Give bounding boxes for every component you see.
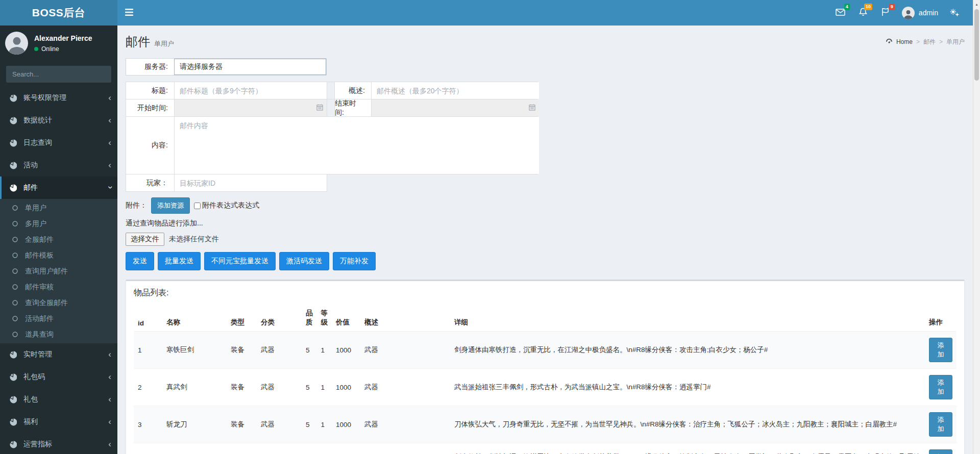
- column-header: 等级: [317, 305, 332, 332]
- item-quality: 5: [302, 369, 317, 406]
- page-scrollbar[interactable]: ▲: [973, 0, 980, 454]
- add-resource-button[interactable]: 添加资源: [151, 197, 190, 214]
- sidebar-item-2[interactable]: 日志查询‹: [0, 132, 117, 154]
- sidebar-item-4[interactable]: 邮件‹: [0, 176, 117, 199]
- end-time-input[interactable]: [372, 99, 539, 116]
- item-actions: 添加: [925, 332, 957, 369]
- sidebar-item-0[interactable]: 账号权限管理‹: [0, 87, 117, 109]
- pie-chart-icon: [9, 117, 19, 124]
- send-action-button-4[interactable]: 万能补发: [333, 252, 376, 270]
- items-table-header: id名称类型分类品质等级价值概述详细操作: [134, 305, 957, 332]
- pie-chart-icon: [9, 184, 19, 192]
- item-actions: 添加: [925, 443, 957, 454]
- item-row-2: 2真武剑装备武器511000武器武当派始祖张三丰佩剑，形式古朴，为武当派镇山之宝…: [134, 369, 957, 406]
- sidebar-subitem-label: 邮件模板: [25, 251, 54, 260]
- item-value: 1000: [332, 369, 360, 406]
- items-box-title: 物品列表:: [126, 281, 964, 301]
- scrollbar-thumb[interactable]: [974, 9, 979, 81]
- send-action-button-1[interactable]: 批量发送: [158, 252, 201, 270]
- content-textarea[interactable]: [175, 117, 539, 174]
- add-item-button[interactable]: 添加: [929, 375, 952, 399]
- player-input[interactable]: [175, 174, 327, 191]
- sidebar-subitem-4[interactable]: 查询用户邮件: [0, 263, 117, 279]
- sidebar-subitem-0[interactable]: 单用户: [0, 200, 117, 216]
- sidebar-subitem-2[interactable]: 全服邮件: [0, 232, 117, 247]
- top-navbar: BOSS后台 4 10: [0, 0, 980, 26]
- item-detail: 剑身通体由寒铁打造，沉重无比，在江湖之中极负盛名。\n#R8缘分侠客：攻击主角;…: [450, 332, 925, 369]
- user-menu[interactable]: admin: [897, 0, 943, 26]
- item-quality: 5: [302, 406, 317, 443]
- main-content: 邮件 单用户 Home > 邮件 > 单用户 服务器: 请选择服务器 标题: 概…: [117, 26, 980, 454]
- sidebar-item-label: 账号权限管理: [23, 93, 66, 103]
- sidebar-search-button[interactable]: [108, 66, 111, 83]
- calendar-icon: [529, 104, 535, 112]
- server-select[interactable]: 请选择服务器: [174, 59, 326, 75]
- circle-icon: [12, 237, 21, 242]
- sidebar-item-5[interactable]: 实时管理‹: [0, 343, 117, 366]
- chevron-left-icon: ‹: [108, 417, 111, 426]
- item-quality: 5: [302, 443, 317, 454]
- sidebar-subitem-label: 道具查询: [25, 330, 54, 339]
- attachment-expression-checkbox[interactable]: [194, 203, 201, 209]
- player-label: 玩家：: [126, 174, 174, 191]
- breadcrumb-home[interactable]: Home: [896, 38, 913, 45]
- chevron-left-icon: ‹: [108, 440, 111, 448]
- sidebar-search-input[interactable]: [6, 66, 108, 83]
- sidebar-item-7[interactable]: 礼包‹: [0, 388, 117, 411]
- attachment-label: 附件：: [126, 201, 147, 210]
- column-header: 详细: [450, 305, 925, 332]
- chevron-down-icon: ‹: [106, 186, 114, 189]
- sidebar-subitem-7[interactable]: 活动邮件: [0, 311, 117, 326]
- sidebar-subitem-1[interactable]: 多用户: [0, 216, 117, 232]
- add-item-button[interactable]: 添加: [929, 412, 952, 437]
- sidebar-item-label: 礼包: [23, 395, 38, 404]
- notifications-menu[interactable]: 10: [852, 0, 874, 26]
- circle-icon: [12, 221, 21, 226]
- add-item-button[interactable]: 添加: [929, 338, 952, 362]
- sidebar-item-3[interactable]: 活动‹: [0, 154, 117, 176]
- circle-icon: [12, 300, 21, 306]
- circle-icon: [12, 284, 21, 290]
- sidebar-toggle-button[interactable]: [117, 0, 141, 26]
- send-action-button-3[interactable]: 激活码发送: [279, 252, 329, 270]
- file-upload-row: 选择文件 未选择任何文件: [126, 233, 965, 246]
- sidebar-subitem-label: 多用户: [25, 219, 46, 229]
- sidebar-subitem-8[interactable]: 道具查询: [0, 326, 117, 342]
- messages-menu[interactable]: 4: [829, 0, 852, 26]
- attachment-row: 附件： 添加资源 附件表达式表达式: [126, 197, 965, 214]
- title-input[interactable]: [175, 82, 327, 99]
- sidebar-subitem-5[interactable]: 邮件审核: [0, 279, 117, 295]
- column-header: 概述: [360, 305, 450, 332]
- send-actions-row: 发送批量发送不同元宝批量发送激活码发送万能补发: [126, 252, 965, 270]
- tasks-menu[interactable]: 9: [874, 0, 897, 26]
- breadcrumb-mail[interactable]: 邮件: [923, 38, 936, 46]
- item-quality: 5: [302, 332, 317, 369]
- item-name: 寒铁巨剑: [162, 332, 227, 369]
- sidebar-item-8[interactable]: 福利‹: [0, 411, 117, 433]
- sidebar-item-6[interactable]: 礼包码‹: [0, 366, 117, 388]
- chevron-left-icon: ‹: [108, 116, 111, 124]
- chevron-left-icon: ‹: [108, 138, 111, 147]
- item-name: 昊天剑: [162, 443, 227, 454]
- item-level: 1: [317, 406, 332, 443]
- summary-input[interactable]: [372, 82, 539, 99]
- sidebar-subitem-6[interactable]: 查询全服邮件: [0, 295, 117, 311]
- item-category: 武器: [257, 443, 302, 454]
- send-action-button-0[interactable]: 发送: [126, 252, 154, 270]
- sidebar-subitem-3[interactable]: 邮件模板: [0, 247, 117, 263]
- control-sidebar-toggle[interactable]: [943, 0, 966, 26]
- app-logo[interactable]: BOSS后台: [0, 0, 117, 26]
- sidebar-item-9[interactable]: 运营指标‹: [0, 433, 117, 454]
- online-label: Online: [41, 45, 59, 53]
- add-item-button[interactable]: 添加: [929, 449, 952, 454]
- sidebar-user-status[interactable]: Online: [34, 45, 92, 53]
- chevron-left-icon: ‹: [108, 161, 111, 169]
- start-time-input[interactable]: [175, 99, 327, 116]
- scrollbar-up-arrow[interactable]: ▲: [973, 0, 980, 8]
- sidebar-item-1[interactable]: 数据统计‹: [0, 109, 117, 132]
- sidebar-user-panel: Alexander Pierce Online: [0, 26, 117, 62]
- pie-chart-icon: [9, 162, 19, 169]
- send-action-button-2[interactable]: 不同元宝批量发送: [204, 252, 276, 270]
- choose-file-button[interactable]: 选择文件: [126, 233, 164, 246]
- dashboard-icon: [886, 38, 893, 46]
